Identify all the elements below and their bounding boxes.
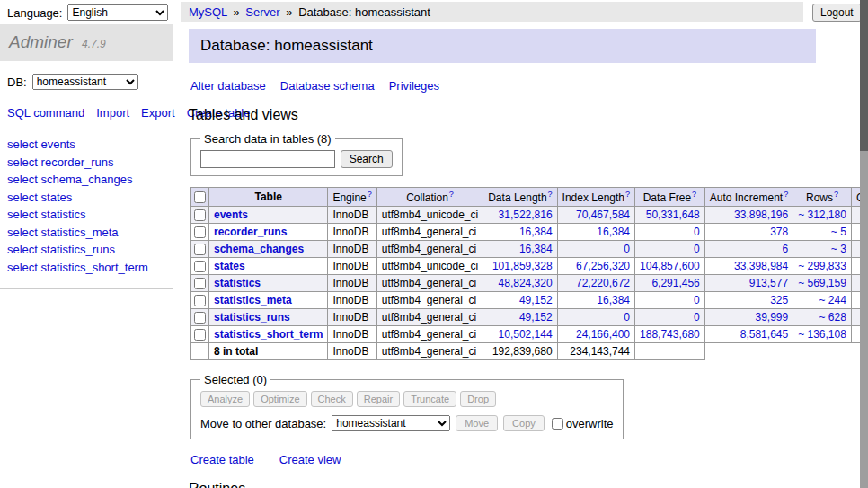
sidebar-table-link[interactable]: select statistics_meta: [7, 224, 166, 242]
column-help-link[interactable]: ?: [548, 190, 553, 199]
rows-link[interactable]: ~ 299,833: [798, 260, 846, 272]
auto-increment-link[interactable]: 325: [770, 294, 788, 306]
db-action-link[interactable]: Database schema: [280, 79, 375, 93]
index-length-link[interactable]: 0: [624, 243, 630, 255]
column-help-link[interactable]: ?: [834, 190, 838, 199]
table-name-link[interactable]: states: [214, 260, 245, 272]
sidebar-table-link[interactable]: select recorder_runs: [7, 154, 166, 172]
table-name-link[interactable]: statistics: [214, 277, 261, 289]
row-checkbox[interactable]: [194, 261, 206, 272]
sidebar-table-link[interactable]: select schema_changes: [7, 171, 166, 189]
column-help-link[interactable]: ?: [625, 190, 630, 199]
auto-increment-link[interactable]: 39,999: [755, 311, 788, 324]
search-button[interactable]: Search: [341, 150, 393, 168]
data-length-link[interactable]: 49,152: [519, 311, 553, 324]
data-free-link[interactable]: 0: [694, 311, 700, 324]
data-length-link[interactable]: 48,824,320: [499, 277, 553, 289]
overwrite-control[interactable]: overwrite: [552, 417, 614, 430]
rows-link[interactable]: ~ 136,108: [798, 328, 846, 341]
data-free-link[interactable]: 6,291,456: [651, 277, 699, 289]
index-length-link[interactable]: 16,384: [597, 294, 630, 306]
search-input[interactable]: [200, 150, 335, 168]
index-length-link[interactable]: 72,220,672: [576, 277, 630, 289]
sidebar-table-link[interactable]: select statistics_short_term: [7, 259, 166, 277]
scrollbar[interactable]: [860, 0, 868, 488]
sidebar-action-link[interactable]: SQL command: [7, 106, 84, 120]
data-free-link[interactable]: 0: [694, 243, 700, 255]
row-checkbox[interactable]: [194, 278, 206, 289]
scrollbar-thumb[interactable]: [860, 0, 868, 151]
select-all-checkbox[interactable]: [194, 191, 206, 203]
row-checkbox[interactable]: [194, 295, 206, 306]
index-length-link[interactable]: 24,166,400: [576, 328, 630, 341]
table-name-link[interactable]: statistics_short_term: [214, 328, 323, 341]
data-free-link[interactable]: 0: [694, 226, 700, 238]
data-free-link[interactable]: 0: [694, 294, 700, 306]
table-name-link[interactable]: events: [214, 209, 248, 221]
rows-link[interactable]: ~ 628: [819, 311, 846, 324]
optimize-button[interactable]: Optimize: [253, 391, 306, 407]
data-length-link[interactable]: 16,384: [519, 226, 553, 238]
column-help-link[interactable]: ?: [692, 190, 696, 199]
data-length-link[interactable]: 49,152: [519, 294, 553, 306]
row-checkbox[interactable]: [194, 209, 206, 221]
create-link[interactable]: Create table: [190, 453, 254, 466]
auto-increment-link[interactable]: 913,577: [749, 277, 788, 289]
rows-link[interactable]: ~ 244: [819, 294, 846, 306]
index-length-link[interactable]: 67,256,320: [576, 260, 630, 272]
data-length-link[interactable]: 16,384: [519, 243, 553, 255]
row-checkbox[interactable]: [194, 329, 206, 341]
db-select[interactable]: homeassistant: [32, 74, 138, 90]
data-length-link[interactable]: 31,522,816: [499, 209, 553, 221]
analyze-button[interactable]: Analyze: [200, 391, 250, 407]
drop-button[interactable]: Drop: [460, 391, 496, 407]
sidebar-table-link[interactable]: select events: [7, 136, 166, 154]
move-db-select[interactable]: homeassistant: [332, 415, 450, 431]
sidebar-action-link[interactable]: Import: [96, 106, 129, 120]
db-action-link[interactable]: Alter database: [190, 79, 266, 93]
check-button[interactable]: Check: [311, 391, 353, 407]
data-length-link[interactable]: 101,859,328: [492, 260, 553, 272]
truncate-button[interactable]: Truncate: [403, 391, 456, 407]
sidebar-action-link[interactable]: Export: [141, 106, 175, 120]
column-help-link[interactable]: ?: [368, 190, 372, 199]
sidebar-table-link[interactable]: select states: [7, 189, 166, 207]
copy-button[interactable]: Copy: [503, 415, 545, 431]
logout-button[interactable]: Logout: [812, 4, 862, 22]
table-name-link[interactable]: statistics_meta: [214, 294, 292, 306]
data-free-link[interactable]: 50,331,648: [646, 209, 700, 221]
move-button[interactable]: Move: [456, 415, 498, 431]
row-checkbox[interactable]: [194, 312, 206, 324]
rows-link[interactable]: ~ 569,159: [798, 277, 846, 289]
rows-link[interactable]: ~ 3: [831, 243, 846, 255]
table-name-link[interactable]: recorder_runs: [214, 226, 287, 238]
table-name-link[interactable]: statistics_runs: [214, 311, 290, 324]
overwrite-checkbox[interactable]: [552, 418, 563, 430]
sidebar-table-link[interactable]: select statistics_runs: [7, 241, 166, 259]
index-length-link[interactable]: 16,384: [597, 226, 630, 238]
rows-link[interactable]: ~ 312,180: [798, 209, 846, 221]
sidebar-table-link[interactable]: select statistics: [7, 206, 166, 224]
data-free-link[interactable]: 188,743,680: [640, 328, 700, 341]
create-link[interactable]: Create view: [279, 453, 341, 466]
db-action-link[interactable]: Privileges: [389, 79, 439, 93]
repair-button[interactable]: Repair: [357, 391, 400, 407]
row-checkbox[interactable]: [194, 244, 206, 255]
data-free-link[interactable]: 104,857,600: [640, 260, 700, 272]
table-name-link[interactable]: schema_changes: [214, 243, 304, 255]
auto-increment-link[interactable]: 378: [770, 226, 788, 238]
auto-increment-link[interactable]: 8,581,645: [740, 328, 788, 341]
auto-increment-link[interactable]: 33,898,196: [734, 209, 788, 221]
breadcrumb-link-server[interactable]: Server: [245, 5, 279, 19]
auto-increment-link[interactable]: 33,398,984: [734, 260, 788, 272]
index-length-link[interactable]: 0: [624, 311, 630, 324]
index-length-link[interactable]: 70,467,584: [576, 209, 630, 221]
language-select[interactable]: English: [67, 4, 168, 21]
column-help-link[interactable]: ?: [449, 190, 454, 199]
breadcrumb-link-mysql[interactable]: MySQL: [189, 5, 227, 19]
auto-increment-link[interactable]: 6: [782, 243, 788, 255]
rows-link[interactable]: ~ 5: [831, 226, 846, 238]
column-help-link[interactable]: ?: [784, 190, 788, 199]
data-length-link[interactable]: 10,502,144: [499, 328, 553, 341]
row-checkbox[interactable]: [194, 226, 206, 238]
